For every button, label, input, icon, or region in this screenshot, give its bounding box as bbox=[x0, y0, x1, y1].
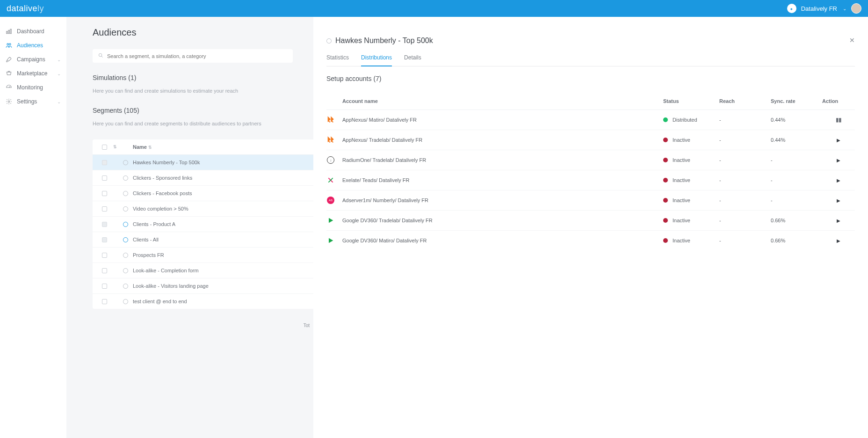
segment-row[interactable]: Clickers - Facebook posts bbox=[93, 186, 313, 201]
detail-pane: ✕ Hawkes Numberly - Top 500k StatisticsD… bbox=[313, 17, 868, 438]
segment-name: Hawkes Numberly - Top 500k bbox=[130, 160, 311, 165]
account-name: Adserver1m/ Numberly/ Datalively FR bbox=[342, 197, 663, 203]
row-checkbox[interactable] bbox=[99, 160, 109, 165]
chevron-down-icon: ⌄ bbox=[57, 71, 61, 76]
svg-point-6 bbox=[8, 101, 10, 102]
col-status: Status bbox=[663, 98, 719, 104]
status-cell: Inactive bbox=[663, 137, 719, 143]
row-checkbox[interactable] bbox=[99, 237, 109, 242]
status-dot-icon bbox=[663, 178, 668, 182]
name-column-header[interactable]: Name ⇅ bbox=[130, 144, 311, 150]
segment-name: Look-alike - Visitors landing page bbox=[130, 283, 311, 289]
segment-name: Prospects FR bbox=[130, 252, 311, 258]
play-button[interactable]: ▶ bbox=[837, 238, 840, 243]
account-name: AppNexus/ Tradelab/ Datalively FR bbox=[342, 137, 663, 143]
org-badge-icon: ◆ bbox=[787, 4, 796, 13]
segments-header-row: ⇅ Name ⇅ bbox=[93, 139, 313, 155]
segment-name: Clients - All bbox=[130, 237, 311, 242]
select-all-checkbox[interactable] bbox=[99, 145, 109, 150]
status-dot-icon bbox=[663, 198, 668, 203]
svg-point-4 bbox=[9, 44, 11, 45]
segment-row[interactable]: Prospects FR bbox=[93, 248, 313, 263]
account-name: Google DV360/ Matiro/ Datalively FR bbox=[342, 238, 663, 243]
segment-row[interactable]: test client @ end to end bbox=[93, 294, 313, 309]
sidebar-item-audiences[interactable]: Audiences bbox=[0, 38, 66, 52]
tab-statistics[interactable]: Statistics bbox=[326, 54, 349, 66]
org-name[interactable]: Datalively FR bbox=[801, 5, 837, 12]
svg-line-8 bbox=[101, 56, 103, 58]
brand-mid: live bbox=[24, 4, 37, 13]
account-name: RadiumOne/ Tradelab/ Datalively FR bbox=[342, 157, 663, 163]
globe-icon bbox=[121, 175, 130, 181]
totals-label: Tot bbox=[93, 323, 313, 328]
close-icon[interactable]: ✕ bbox=[849, 36, 855, 44]
status-label: Inactive bbox=[673, 177, 690, 183]
layout: Dashboard Audiences Campaigns ⌄ Marketpl… bbox=[0, 17, 868, 438]
google-dv360-icon bbox=[326, 216, 335, 225]
segment-row[interactable]: Look-alike - Visitors landing page bbox=[93, 278, 313, 294]
row-checkbox[interactable] bbox=[99, 206, 109, 212]
chevron-down-icon: ⌄ bbox=[57, 99, 61, 104]
col-action: Action bbox=[822, 98, 855, 104]
status-dot-icon bbox=[663, 158, 668, 162]
sidebar-item-marketplace[interactable]: Marketplace ⌄ bbox=[0, 66, 66, 80]
row-checkbox[interactable] bbox=[99, 284, 109, 289]
chevron-down-icon[interactable]: ⌄ bbox=[843, 6, 846, 11]
sidebar-item-monitoring[interactable]: Monitoring bbox=[0, 80, 66, 95]
sync-value: - bbox=[771, 177, 822, 183]
tab-details[interactable]: Details bbox=[404, 54, 421, 66]
segments-table: ⇅ Name ⇅ Hawkes Numberly - Top 500k Clic… bbox=[93, 139, 313, 309]
segment-row[interactable]: Clients - Product A bbox=[93, 217, 313, 232]
simulations-desc: Here you can find and create simulations… bbox=[93, 88, 313, 94]
segment-row[interactable]: Hawkes Numberly - Top 500k bbox=[93, 155, 313, 170]
account-row: Google DV360/ Tradelab/ Datalively FR In… bbox=[326, 211, 855, 231]
status-label: Inactive bbox=[673, 238, 690, 243]
row-checkbox[interactable] bbox=[99, 175, 109, 181]
globe-icon bbox=[121, 268, 130, 273]
account-row: AppNexus/ Matiro/ Datalively FR Distribu… bbox=[326, 110, 855, 130]
detail-header: Hawkes Numberly - Top 500k bbox=[326, 36, 855, 45]
play-button[interactable]: ▶ bbox=[837, 138, 840, 143]
segment-row[interactable]: Video completion > 50% bbox=[93, 201, 313, 217]
row-checkbox[interactable] bbox=[99, 299, 109, 304]
sidebar-item-label: Settings bbox=[17, 98, 37, 105]
status-dot-icon bbox=[663, 117, 668, 122]
tab-distributions[interactable]: Distributions bbox=[361, 54, 392, 66]
segment-row[interactable]: Clients - All bbox=[93, 232, 313, 248]
sync-value: 0.66% bbox=[771, 218, 822, 223]
reach-value: - bbox=[719, 157, 771, 163]
sidebar-item-dashboard[interactable]: Dashboard bbox=[0, 24, 66, 38]
avatar[interactable] bbox=[851, 3, 861, 14]
row-checkbox[interactable] bbox=[99, 191, 109, 196]
status-cell: Inactive bbox=[663, 197, 719, 203]
row-checkbox[interactable] bbox=[99, 268, 109, 273]
play-button[interactable]: ▶ bbox=[837, 158, 840, 163]
sidebar-item-settings[interactable]: Settings ⌄ bbox=[0, 95, 66, 109]
google-dv360-icon bbox=[326, 236, 335, 245]
sort-icon[interactable]: ⇅ bbox=[109, 145, 121, 149]
account-row: AS Adserver1m/ Numberly/ Datalively FR I… bbox=[326, 190, 855, 211]
play-button[interactable]: ▶ bbox=[837, 198, 840, 203]
row-checkbox[interactable] bbox=[99, 222, 109, 227]
svg-rect-0 bbox=[7, 31, 7, 34]
pause-button[interactable]: ▮▮ bbox=[836, 117, 841, 123]
play-button[interactable]: ▶ bbox=[837, 178, 840, 183]
play-button[interactable]: ▶ bbox=[837, 218, 840, 223]
segment-name: Clickers - Facebook posts bbox=[130, 190, 311, 196]
brand-suffix: ly bbox=[37, 4, 44, 13]
row-checkbox[interactable] bbox=[99, 253, 109, 258]
search-box[interactable] bbox=[93, 49, 293, 63]
sidebar-item-label: Campaigns bbox=[17, 56, 45, 63]
search-input[interactable] bbox=[107, 53, 287, 59]
segment-row[interactable]: Look-alike - Completion form bbox=[93, 263, 313, 278]
account-row: ↓ RadiumOne/ Tradelab/ Datalively FR Ina… bbox=[326, 150, 855, 170]
simulations-title: Simulations (1) bbox=[93, 74, 313, 81]
segments-title: Segments (105) bbox=[93, 107, 313, 114]
setup-accounts-title: Setup accounts (7) bbox=[326, 75, 855, 82]
segments-desc: Here you can find and create segments to… bbox=[93, 121, 313, 126]
segment-row[interactable]: Clickers - Sponsored links bbox=[93, 170, 313, 186]
sync-value: - bbox=[771, 157, 822, 163]
globe-icon bbox=[121, 160, 130, 165]
globe-icon bbox=[121, 237, 130, 242]
sidebar-item-campaigns[interactable]: Campaigns ⌄ bbox=[0, 52, 66, 66]
